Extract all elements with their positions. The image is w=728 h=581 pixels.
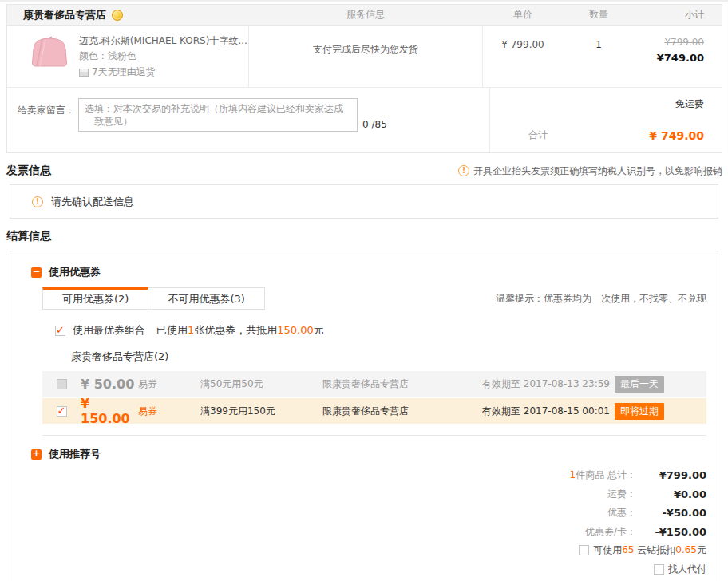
summary-coupon-label: 优惠券/卡： (585, 525, 636, 539)
best-combo-row: 使用最优券组合 已使用1张优惠券，共抵用150.00元 (55, 323, 706, 338)
best-combo-label: 使用最优券组合 (73, 323, 145, 338)
subtotal-original-price: ¥799.00 (635, 37, 704, 48)
summary-total-label: 1件商品 总计： (570, 468, 636, 482)
column-header-service: 服务信息 (248, 8, 483, 22)
delivery-warning-icon: ! (32, 196, 43, 208)
delivery-warning-box: ! 请先确认配送信息 (10, 184, 718, 219)
coupon-tabs-row: 可用优惠券(2) 不可用优惠券(3) 温馨提示：优惠券均为一次使用，不找零、不兑… (42, 287, 706, 310)
best-combo-detail: 已使用1张优惠券，共抵用150.00元 (156, 323, 324, 338)
invoice-info-icon: ! (458, 165, 469, 176)
return-policy-icon (79, 69, 89, 77)
coupon-section-toggle[interactable]: − 使用优惠券 (31, 265, 706, 279)
store-name-link[interactable]: 康贵奢侈品专营店 (23, 8, 106, 22)
settlement-box: − 使用优惠券 可用优惠券(2) 不可用优惠券(3) 温馨提示：优惠券均为一次使… (10, 251, 718, 581)
referral-section-toggle[interactable]: + 使用推荐号 (31, 447, 706, 461)
quantity-value: 1 (563, 26, 635, 87)
coupon-150-checkbox[interactable] (57, 406, 67, 417)
coupon-tip-text: 温馨提示：优惠券均为一次使用，不找零、不兑现 (496, 292, 706, 310)
column-header-quantity: 数量 (563, 8, 635, 22)
price-summary: 1件商品 总计： ¥799.00 运费： ¥0.00 优惠： -¥50.00 优… (31, 466, 706, 579)
free-shipping-label: 免运费 (528, 97, 704, 111)
pay-for-me-checkbox[interactable] (654, 564, 664, 575)
order-total-value: ¥ 749.00 (649, 129, 704, 142)
return-policy-label: 7天无理由退货 (92, 65, 156, 79)
unit-price-value: ¥ 799.00 (483, 26, 563, 87)
product-image[interactable] (30, 34, 69, 69)
delivery-warning-text: 请先确认配送信息 (51, 195, 134, 209)
coupon-scope: 限康贵奢侈品专营店 (322, 405, 482, 418)
divider (42, 435, 706, 436)
coupon-validity: 有效期至 2017-08-13 23:59 (482, 377, 615, 391)
pay-for-me-label: 找人代付 (668, 563, 706, 576)
order-table: 康贵奢侈品专营店 服务信息 单价 数量 小计 迈克.科尔斯(M (6, 4, 722, 153)
coupon-badge-last-day: 最后一天 (615, 376, 664, 393)
summary-coupon-value: -¥150.00 (636, 526, 706, 538)
coupon-scope: 限康贵奢侈品专营店 (322, 377, 482, 391)
store-medal-icon (112, 10, 123, 21)
message-char-counter: 0 /85 (362, 119, 387, 132)
coupon-validity: 有效期至 2017-08-15 00:01 (482, 405, 615, 418)
coupon-type: 易券 (138, 377, 200, 391)
seller-message-label: 给卖家留言： (18, 104, 75, 117)
yunzuan-checkbox[interactable] (579, 545, 589, 555)
invoice-section-title: 发票信息 (6, 164, 51, 178)
coupon-row-50[interactable]: ¥ 50.00 易券 满50元用50元 限康贵奢侈品专营店 有效期至 2017-… (42, 371, 706, 397)
checkout-page: 康贵奢侈品专营店 服务信息 单价 数量 小计 迈克.科尔斯(M (0, 4, 728, 581)
column-header-unit-price: 单价 (483, 8, 563, 22)
expand-plus-icon[interactable]: + (31, 449, 42, 460)
coupon-condition: 满50元用50元 (200, 377, 322, 391)
invoice-note-text: 开具企业抬头发票须正确填写纳税人识别号，以免影响报销 (473, 164, 722, 178)
referral-section-title: 使用推荐号 (49, 447, 101, 461)
invoice-section-header: 发票信息 ! 开具企业抬头发票须正确填写纳税人识别号，以免影响报销 (6, 164, 722, 178)
coupon-condition: 满399元用150元 (200, 405, 322, 418)
settlement-section-title: 结算信息 (6, 229, 51, 243)
coupon-amount: ¥ 150.00 (81, 396, 138, 426)
summary-discount-value: -¥50.00 (636, 507, 706, 519)
coupon-store-group-label: 康贵奢侈品专营店(2) (71, 350, 706, 364)
collapse-minus-icon[interactable]: − (31, 267, 42, 278)
coupon-50-checkbox[interactable] (57, 379, 67, 389)
coupon-section-title: 使用优惠券 (49, 265, 101, 279)
summary-total-value: ¥799.00 (636, 469, 706, 481)
order-table-header: 康贵奢侈品专营店 服务信息 单价 数量 小计 (7, 5, 722, 26)
summary-shipping-value: ¥0.00 (636, 488, 706, 500)
settlement-section-header: 结算信息 (6, 229, 722, 243)
order-total-label: 合计 (528, 128, 548, 142)
summary-discount-label: 优惠： (607, 506, 636, 520)
product-row: 迈克.科尔斯(MICHAEL KORS)十字纹... 颜色：浅粉色 7天无理由退… (7, 26, 722, 87)
tab-available-coupons[interactable]: 可用优惠券(2) (42, 287, 148, 310)
seller-message-input[interactable] (78, 98, 358, 132)
column-header-subtotal: 小计 (635, 8, 722, 22)
pink-bag-graphic (30, 34, 69, 69)
subtotal-current-price: ¥749.00 (635, 52, 704, 64)
coupon-type: 易券 (138, 405, 200, 418)
product-title-link[interactable]: 迈克.科尔斯(MICHAEL KORS)十字纹... (79, 34, 247, 47)
coupon-badge-expiring: 即将过期 (615, 403, 664, 420)
tab-unavailable-coupons[interactable]: 不可用优惠券(3) (148, 287, 264, 310)
service-info-text: 支付完成后尽快为您发货 (248, 26, 483, 87)
product-color-label: 颜色：浅粉色 (79, 49, 247, 63)
coupon-row-150[interactable]: ¥ 150.00 易券 满399元用150元 限康贵奢侈品专营店 有效期至 20… (42, 398, 706, 424)
summary-shipping-label: 运费： (607, 488, 636, 501)
seller-message-row: 给卖家留言： 0 /85 免运费 合计 ¥ 749.00 (7, 87, 722, 152)
yunzuan-label: 可使用65 云钻抵扣0.65元 (593, 543, 706, 557)
coupon-amount: ¥ 50.00 (81, 377, 138, 392)
best-combo-checkbox[interactable] (55, 326, 65, 336)
